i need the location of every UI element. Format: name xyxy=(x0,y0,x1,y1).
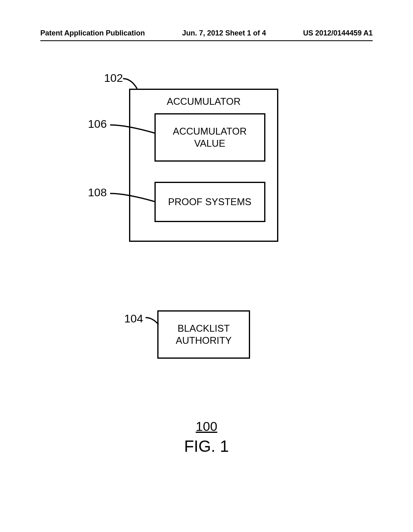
figure-reference-number: 100 xyxy=(0,419,413,434)
header-left: Patent Application Publication xyxy=(40,29,145,37)
page-header: Patent Application Publication Jun. 7, 2… xyxy=(0,29,413,37)
reference-label-106: 106 xyxy=(88,118,107,131)
proof-systems-text: PROOF SYSTEMS xyxy=(168,196,252,208)
accumulator-value-block: ACCUMULATOR VALUE xyxy=(154,113,265,162)
header-center: Jun. 7, 2012 Sheet 1 of 4 xyxy=(182,29,266,37)
accumulator-value-line1: ACCUMULATOR xyxy=(173,125,246,137)
blacklist-line1: BLACKLIST xyxy=(177,322,229,335)
reference-label-104: 104 xyxy=(124,312,143,325)
reference-label-102: 102 xyxy=(104,72,123,85)
accumulator-title: ACCUMULATOR xyxy=(167,96,240,107)
reference-label-108: 108 xyxy=(88,186,107,199)
header-right: US 2012/0144459 A1 xyxy=(303,29,373,37)
accumulator-value-line2: VALUE xyxy=(194,137,225,150)
proof-systems-block: PROOF SYSTEMS xyxy=(154,182,265,222)
accumulator-block: ACCUMULATOR ACCUMULATOR VALUE PROOF SYST… xyxy=(129,89,278,242)
blacklist-authority-block: BLACKLIST AUTHORITY xyxy=(157,310,250,359)
header-divider xyxy=(40,40,373,41)
blacklist-line2: AUTHORITY xyxy=(176,335,232,347)
figure-caption: FIG. 1 xyxy=(0,437,413,455)
